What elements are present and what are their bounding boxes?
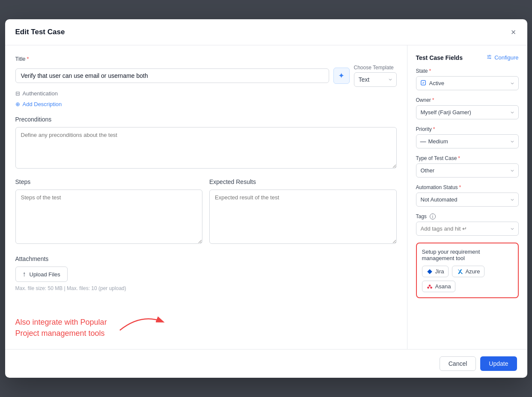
automation-field: Automation Status * Not Automated	[416, 184, 519, 207]
svg-point-9	[427, 287, 429, 289]
required-asterisk: *	[27, 56, 29, 62]
type-select[interactable]: Other	[416, 163, 519, 178]
azure-button[interactable]: Azure	[452, 266, 484, 277]
attachments-label: Attachments	[15, 255, 397, 262]
tags-info-icon: i	[430, 213, 436, 219]
ai-icon: ✦	[338, 71, 345, 80]
jira-button[interactable]: Jira	[422, 266, 449, 277]
template-wrapper: Choose Template Text	[354, 65, 397, 87]
annotation-text: Also integrate with Popular Project mana…	[15, 317, 107, 338]
steps-section: Steps	[15, 178, 203, 245]
configure-button[interactable]: Configure	[486, 54, 518, 61]
attachments-section: Attachments ↑ Upload Files Max. file siz…	[15, 255, 397, 291]
owner-select[interactable]: Myself (Farji Gamer)	[416, 105, 519, 119]
modal-header: Edit Test Case ×	[5, 19, 527, 45]
integration-buttons: Jira Azure Asana	[422, 266, 513, 292]
annotation-area: Also integrate with Popular Project mana…	[15, 304, 397, 338]
automation-label: Automation Status *	[416, 184, 519, 190]
plus-circle-icon: ⊕	[15, 101, 20, 107]
title-row: ✦ Choose Template Text	[15, 65, 397, 87]
state-select-wrapper: Active	[416, 76, 519, 90]
owner-label: Owner *	[416, 97, 519, 103]
requirement-box: Setup your requirement management tool J…	[416, 243, 519, 298]
steps-label: Steps	[15, 178, 203, 185]
preconditions-section: Preconditions	[15, 116, 397, 170]
automation-select[interactable]: Not Automated	[416, 193, 519, 207]
cancel-button[interactable]: Cancel	[440, 356, 476, 371]
preconditions-textarea[interactable]	[15, 127, 397, 169]
side-header-title: Test Case Fields	[416, 54, 463, 61]
priority-select-wrapper: — Medium	[416, 134, 519, 148]
template-label: Choose Template	[354, 65, 394, 71]
steps-expected-row: Steps Expected Results	[15, 178, 397, 245]
close-button[interactable]: ×	[510, 27, 517, 37]
title-label: Title *	[15, 56, 397, 62]
folder-icon: ⊟	[15, 90, 20, 97]
configure-icon	[486, 54, 492, 61]
state-check-icon	[420, 80, 426, 87]
asana-icon	[427, 284, 433, 290]
template-select[interactable]: Text	[354, 72, 397, 87]
upload-button[interactable]: ↑ Upload Files	[15, 267, 68, 282]
tags-field: Tags i	[416, 213, 519, 236]
main-panel: Title * ✦ Choose Template Text	[5, 45, 407, 349]
tags-wrapper	[416, 222, 519, 236]
upload-icon: ↑	[23, 270, 26, 278]
expected-results-label: Expected Results	[209, 178, 397, 185]
modal-footer: Cancel Update	[5, 349, 527, 378]
side-panel: Test Case Fields Configure State *	[407, 45, 527, 349]
steps-textarea[interactable]	[15, 190, 203, 244]
modal-title: Edit Test Case	[15, 28, 65, 36]
ai-button[interactable]: ✦	[333, 68, 350, 84]
arrow-icon	[116, 309, 167, 335]
state-label: State *	[416, 68, 519, 74]
priority-dash-icon: —	[420, 138, 426, 145]
svg-point-8	[428, 284, 431, 287]
breadcrumb: ⊟ Authentication	[15, 90, 397, 97]
expected-results-section: Expected Results	[209, 178, 397, 245]
type-field: Type of Test Case * Other	[416, 155, 519, 178]
type-label: Type of Test Case *	[416, 155, 519, 161]
side-header: Test Case Fields Configure	[416, 54, 519, 61]
priority-field: Priority * — Medium	[416, 126, 519, 148]
owner-field: Owner * Myself (Farji Gamer)	[416, 97, 519, 119]
edit-test-case-modal: Edit Test Case × Title * ✦	[5, 19, 527, 377]
add-description-button[interactable]: ⊕ Add Description	[15, 101, 62, 107]
svg-point-10	[430, 287, 432, 289]
jira-icon	[427, 269, 433, 275]
file-info: Max. file size: 50 MB | Max. files: 10 (…	[15, 285, 397, 291]
tags-input[interactable]	[416, 222, 519, 236]
priority-label: Priority *	[416, 126, 519, 132]
modal-body: Title * ✦ Choose Template Text	[5, 45, 527, 349]
priority-select[interactable]: Medium	[416, 134, 519, 148]
requirement-title: Setup your requirement management tool	[422, 249, 513, 261]
update-button[interactable]: Update	[480, 356, 517, 371]
preconditions-label: Preconditions	[15, 116, 397, 123]
title-input[interactable]	[15, 68, 329, 83]
state-field: State * Active	[416, 68, 519, 90]
asana-button[interactable]: Asana	[422, 281, 456, 292]
azure-icon	[457, 269, 463, 275]
state-select[interactable]: Active	[416, 76, 519, 90]
tags-label: Tags i	[416, 213, 519, 219]
expected-results-textarea[interactable]	[209, 190, 397, 244]
